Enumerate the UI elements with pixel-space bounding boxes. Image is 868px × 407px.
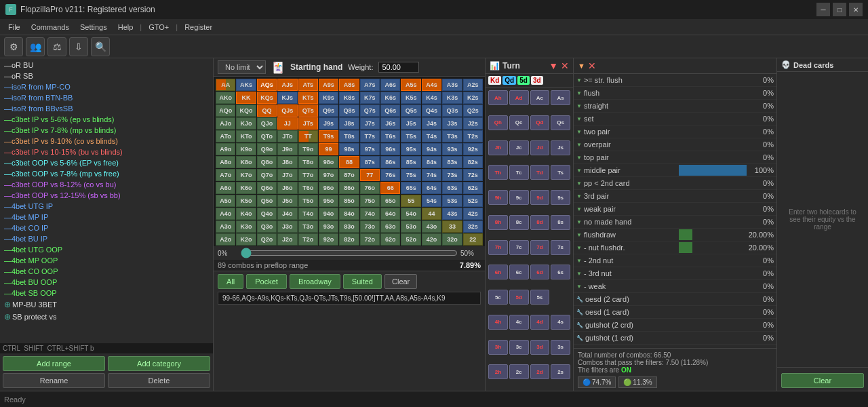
grid-cell-AJo[interactable]: AJo (216, 117, 235, 130)
grid-cell-A7o[interactable]: A7o (216, 169, 235, 181)
grid-cell-72s[interactable]: 72s (463, 169, 483, 181)
turn-card-2d[interactable]: 2d (530, 364, 550, 379)
grid-cell-74o[interactable]: 74o (360, 208, 380, 220)
grid-cell-K4o[interactable]: K4o (236, 208, 256, 220)
tree-item-4bet-co-ip[interactable]: —4bet CO IP (1, 222, 212, 233)
grid-cell-JTs[interactable]: JTs (298, 117, 318, 130)
tree-item-isor-mp-co[interactable]: —isoR from MP-CO (1, 81, 212, 92)
turn-card-2h[interactable]: 2h (488, 364, 508, 379)
stats-row---2nd-nut[interactable]: ▼- 2nd nut0% (574, 254, 776, 267)
grid-cell-T6s[interactable]: T6s (380, 130, 400, 142)
grid-cell-77[interactable]: 77 (360, 169, 380, 181)
grid-cell-T9s[interactable]: T9s (319, 130, 338, 142)
tree-item-or-sb[interactable]: —oR SB (1, 71, 212, 81)
grid-cell-Q8o[interactable]: Q8o (257, 156, 277, 168)
grid-cell-A5s[interactable]: A5s (401, 79, 420, 91)
grid-cell-Q5o[interactable]: Q5o (257, 195, 277, 207)
tree-item-c3bet-1015-bu[interactable]: —c3bet IP vs 10-15% (bu vs blinds) (1, 147, 212, 157)
grid-cell-AKo[interactable]: AKo (216, 92, 235, 104)
tree-item-c3bet-oop-1215[interactable]: —c3bet OOP vs 12-15% (sb vs bb) (1, 190, 212, 201)
turn-card-5s[interactable]: 5s (530, 290, 550, 305)
grid-cell-K5o[interactable]: K5o (236, 195, 256, 207)
grid-cell-Q6o[interactable]: Q6o (257, 182, 277, 194)
menu-help[interactable]: Help (113, 22, 139, 33)
grid-cell-42o[interactable]: 42o (422, 233, 441, 246)
tree-item-mpbu-3bet[interactable]: ⊕ MP-BU 3BET (1, 298, 212, 311)
turn-card-2s[interactable]: 2s (551, 364, 570, 379)
stats-row-middle-pair[interactable]: ▼middle pair100% (574, 164, 776, 177)
grid-cell-42s[interactable]: 42s (463, 208, 483, 220)
turn-card-3s[interactable]: 3s (551, 340, 570, 355)
grid-cell-J3s[interactable]: J3s (442, 117, 462, 130)
turn-card-9h[interactable]: 9h (488, 190, 508, 205)
turn-card-Jc[interactable]: Jc (509, 140, 529, 155)
stats-row-top-pair[interactable]: ▼top pair0% (574, 151, 776, 164)
grid-cell-Q9o[interactable]: Q9o (257, 143, 277, 155)
weight-input[interactable] (378, 62, 419, 73)
grid-cell-85s[interactable]: 85s (401, 156, 420, 168)
grid-cell-43o[interactable]: 43o (422, 220, 441, 233)
grid-cell-J6s[interactable]: J6s (380, 117, 400, 130)
tree-item-4bet-mp-ip[interactable]: —4bet MP IP (1, 212, 212, 222)
tree-item-4bet-bu-oop[interactable]: —4bet BU OOP (1, 277, 212, 288)
grid-cell-KJs[interactable]: KJs (277, 92, 297, 104)
grid-cell-Q3s[interactable]: Q3s (442, 104, 462, 117)
turn-card-7h[interactable]: 7h (488, 240, 508, 255)
clear-button[interactable]: Clear (384, 274, 417, 289)
grid-cell-A3o[interactable]: A3o (216, 220, 235, 233)
grid-cell-A9s[interactable]: A9s (319, 79, 338, 91)
grid-cell-JTo[interactable]: JTo (277, 130, 297, 142)
tree-item-sb-protect[interactable]: ⊕ SB protect vs (1, 311, 212, 323)
grid-cell-A6s[interactable]: A6s (380, 79, 400, 91)
range-slider[interactable] (241, 248, 458, 258)
turn-card-Th[interactable]: Th (488, 165, 508, 180)
turn-card-3h[interactable]: 3h (488, 340, 508, 355)
grid-cell-AKs[interactable]: AKs (236, 79, 256, 91)
grid-cell-88[interactable]: 88 (339, 156, 359, 168)
tree-item-4bet-sb-oop[interactable]: —4bet SB OOP (1, 288, 212, 298)
turn-card-4s[interactable]: 4s (551, 315, 570, 330)
grid-cell-K4s[interactable]: K4s (422, 92, 441, 104)
grid-cell-K8o[interactable]: K8o (236, 156, 256, 168)
turn-card-8c[interactable]: 8c (509, 215, 529, 230)
grid-cell-33[interactable]: 33 (442, 220, 462, 233)
stats-row---nut-flushdr.[interactable]: ▼- nut flushdr.20.00% (574, 241, 776, 254)
tree-item-4bet-utg-oop[interactable]: —4bet UTG OOP (1, 244, 212, 255)
menu-register[interactable]: Register (179, 22, 218, 33)
turn-card-7d[interactable]: 7d (530, 240, 550, 255)
tree-item-4bet-co-oop[interactable]: —4bet CO OOP (1, 266, 212, 277)
tree-item-4bet-utg-ip[interactable]: —4bet UTG IP (1, 201, 212, 212)
grid-cell-63s[interactable]: 63s (442, 182, 462, 194)
tree-item-c3bet-oop-812[interactable]: —c3bet OOP vs 8-12% (co vs bu) (1, 179, 212, 190)
turn-card-6c[interactable]: 6c (509, 265, 529, 279)
grid-cell-75o[interactable]: 75o (360, 195, 380, 207)
grid-cell-AQo[interactable]: AQo (216, 104, 235, 117)
tree-item-isor-btn-bb[interactable]: —isoR from BTN-BB (1, 92, 212, 103)
grid-cell-93s[interactable]: 93s (442, 143, 462, 155)
turn-card-Qd[interactable]: Qd (530, 115, 550, 130)
grid-cell-96o[interactable]: 96o (319, 182, 338, 194)
turn-card-9c[interactable]: 9c (509, 190, 529, 205)
stats-row-weak-pair[interactable]: ▼weak pair0% (574, 203, 776, 216)
grid-cell-98o[interactable]: 98o (319, 156, 338, 168)
filter-btn-1[interactable]: 🔵 74.7% (578, 376, 616, 388)
grid-cell-66[interactable]: 66 (380, 182, 400, 194)
stats-row-no-made-hand[interactable]: ▼no made hand0% (574, 216, 776, 229)
rename-button[interactable]: Rename (3, 373, 105, 388)
turn-card-9d[interactable]: 9d (530, 190, 550, 205)
grid-cell-K3o[interactable]: K3o (236, 220, 256, 233)
grid-cell-65o[interactable]: 65o (380, 195, 400, 207)
grid-cell-Q6s[interactable]: Q6s (380, 104, 400, 117)
grid-cell-T8s[interactable]: T8s (339, 130, 359, 142)
stats-row->=-str.-flush[interactable]: ▼>= str. flush0% (574, 74, 776, 87)
close-button[interactable]: ✕ (849, 3, 863, 16)
grid-cell-T6o[interactable]: T6o (298, 182, 318, 194)
grid-cell-54s[interactable]: 54s (422, 195, 441, 207)
grid-cell-Q3o[interactable]: Q3o (257, 220, 277, 233)
grid-cell-Q7s[interactable]: Q7s (360, 104, 380, 117)
search-button[interactable]: 🔍 (91, 37, 110, 56)
grid-cell-32s[interactable]: 32s (463, 220, 483, 233)
grid-cell-K2o[interactable]: K2o (236, 233, 256, 246)
grid-cell-T3o[interactable]: T3o (298, 220, 318, 233)
grid-cell-A4s[interactable]: A4s (422, 79, 441, 91)
